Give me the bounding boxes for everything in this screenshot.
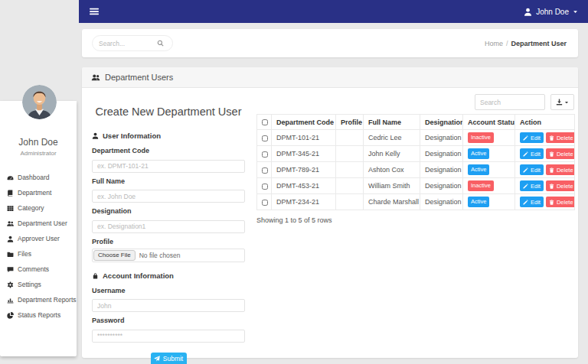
status-badge: Active — [468, 164, 489, 175]
sidebar-item-label: Category — [18, 204, 44, 212]
tachometer-icon — [7, 174, 14, 181]
users-icon — [91, 73, 100, 82]
sidebar-item-status-reports[interactable]: Status Reports — [7, 307, 77, 323]
row-checkbox[interactable] — [262, 151, 268, 158]
trash-icon — [549, 200, 554, 205]
edit-button[interactable]: Edit — [520, 132, 544, 143]
cell-profile — [336, 178, 364, 194]
trash-icon — [549, 167, 554, 173]
table-header-row: Department Code Profile Full Name Design… — [257, 115, 575, 130]
table-row: DPMT-101-21 Cedric Lee Designation 5 Ina… — [257, 130, 575, 146]
cell-designation: Designation 1 — [420, 194, 463, 210]
sidebar-item-label: Settings — [18, 281, 41, 288]
cell-full-name: Cedric Lee — [364, 130, 420, 146]
pencil-icon — [523, 184, 528, 189]
sidebar-item-files[interactable]: Files — [7, 246, 77, 262]
cell-profile — [336, 130, 364, 146]
hamburger-menu-button[interactable] — [89, 7, 100, 16]
sidebar-item-category[interactable]: Category — [7, 200, 77, 216]
delete-button[interactable]: Delete — [546, 164, 575, 175]
topbar: Home/Department User — [82, 29, 578, 57]
edit-button[interactable]: Edit — [520, 180, 544, 191]
sidebar-item-label: Dashboard — [18, 174, 50, 181]
select-all-checkbox[interactable] — [262, 119, 268, 125]
row-checkbox[interactable] — [262, 184, 268, 190]
row-checkbox[interactable] — [262, 167, 268, 174]
section-user-information: User Information — [92, 132, 245, 140]
sidebar-item-approver-user[interactable]: Approver User — [7, 231, 77, 246]
sidebar-item-department-reports[interactable]: Department Reports — [7, 292, 77, 307]
edit-button[interactable]: Edit — [520, 164, 544, 175]
table-toolbar — [256, 94, 574, 110]
global-search-input[interactable] — [99, 40, 154, 47]
username-input[interactable] — [92, 299, 245, 312]
cell-department-code: DPMT-234-21 — [272, 194, 336, 210]
form-title: Create New Department User — [92, 106, 245, 118]
section-account-information: Account Information — [92, 271, 245, 280]
status-badge: Active — [468, 197, 489, 207]
edit-button[interactable]: Edit — [520, 148, 544, 159]
folder-icon — [7, 251, 14, 258]
full-name-input[interactable] — [92, 190, 245, 203]
sidebar-menu: Dashboard Department Category Department… — [0, 170, 77, 323]
comment-icon — [7, 266, 14, 273]
bar-chart-icon — [7, 297, 14, 304]
delete-button[interactable]: Delete — [546, 132, 575, 143]
pencil-icon — [523, 151, 528, 157]
col-full-name: Full Name — [364, 115, 420, 130]
sidebar-item-label: Department User — [18, 219, 67, 227]
sidebar: John Doe Administrator Dashboard Departm… — [0, 101, 77, 356]
trash-icon — [549, 151, 554, 157]
delete-button[interactable]: Delete — [546, 180, 575, 191]
cell-profile — [336, 194, 364, 210]
users-icon — [7, 220, 14, 227]
avatar — [22, 85, 57, 119]
sidebar-item-department[interactable]: Department — [7, 185, 77, 200]
edit-button[interactable]: Edit — [520, 197, 544, 207]
designation-input[interactable] — [92, 220, 245, 233]
user-icon — [92, 132, 99, 139]
sidebar-item-comments[interactable]: Comments — [7, 262, 77, 277]
delete-button[interactable]: Delete — [546, 197, 575, 207]
cell-designation: Designation 6 — [420, 178, 463, 194]
status-badge: Inactive — [468, 180, 494, 191]
department-users-card: Department Users Create New Department U… — [82, 67, 578, 358]
global-search — [92, 35, 173, 51]
export-button[interactable] — [550, 94, 574, 110]
sidebar-item-dashboard[interactable]: Dashboard — [7, 170, 77, 185]
cell-full-name: Ashton Cox — [364, 162, 420, 178]
submit-button[interactable]: Submit — [151, 353, 187, 364]
cell-department-code: DPMT-453-21 — [272, 178, 336, 194]
table-body: DPMT-101-21 Cedric Lee Designation 5 Ina… — [257, 130, 575, 210]
navbar-user-menu[interactable]: John Doe — [524, 8, 578, 16]
row-checkbox[interactable] — [262, 135, 268, 141]
top-navbar: John Doe — [79, 0, 588, 23]
field-password: Password — [92, 317, 245, 343]
status-badge: Inactive — [468, 132, 494, 143]
search-icon — [157, 40, 164, 47]
delete-button[interactable]: Delete — [546, 148, 575, 159]
table-search-input[interactable] — [475, 94, 545, 110]
sidebar-item-department-user[interactable]: Department User — [7, 216, 77, 231]
sidebar-item-label: Status Reports — [18, 311, 60, 319]
profile-file-input: Choose File No file chosen — [92, 249, 245, 262]
breadcrumb-home-link[interactable]: Home — [485, 40, 503, 47]
cell-profile — [336, 146, 364, 162]
pencil-icon — [523, 167, 528, 173]
table-row: DPMT-234-21 Charde Marshall Designation … — [257, 194, 575, 210]
sidebar-item-label: Files — [18, 250, 31, 258]
table-pagination-info: Showing 1 to 5 of 5 rows — [256, 216, 574, 224]
card-header: Department Users — [82, 67, 578, 88]
trash-icon — [549, 135, 554, 141]
cell-designation: Designation 2 — [420, 162, 463, 178]
cell-full-name: William Smith — [364, 178, 420, 194]
choose-file-button[interactable]: Choose File — [93, 250, 136, 261]
col-action: Action — [515, 115, 575, 130]
sidebar-item-settings[interactable]: Settings — [7, 277, 77, 292]
cell-profile — [336, 162, 364, 178]
password-input[interactable] — [92, 330, 245, 343]
trash-icon — [549, 184, 554, 189]
department-code-input[interactable] — [92, 160, 245, 173]
row-checkbox[interactable] — [262, 200, 268, 206]
sidebar-item-label: Department — [18, 189, 51, 197]
